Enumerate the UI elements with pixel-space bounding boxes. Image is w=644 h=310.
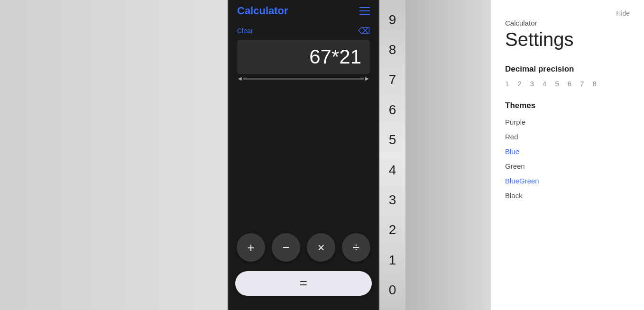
clear-button[interactable]: Clear	[237, 27, 253, 35]
backspace-button[interactable]: ⌫	[358, 26, 370, 36]
calc-header: Calculator	[229, 0, 378, 21]
middle-panel	[405, 0, 491, 310]
scroll-num-6[interactable]: 6	[389, 103, 396, 117]
scroll-num-3[interactable]: 3	[389, 193, 396, 207]
scroll-num-1[interactable]: 1	[389, 254, 396, 267]
multiply-button[interactable]: ×	[307, 233, 335, 262]
precision-8[interactable]: 8	[592, 80, 596, 88]
theme-blue[interactable]: Blue	[505, 146, 630, 156]
precision-2[interactable]: 2	[517, 80, 521, 88]
theme-green[interactable]: Green	[505, 161, 630, 171]
calc-expression: 67*21	[246, 46, 361, 68]
scroll-right-arrow[interactable]: ▶	[364, 76, 370, 81]
hamburger-menu-icon[interactable]	[359, 7, 370, 15]
theme-purple[interactable]: Purple	[505, 117, 630, 127]
settings-app-label: Calculator	[505, 19, 630, 27]
divide-button[interactable]: ÷	[342, 233, 370, 262]
scroll-num-2[interactable]: 2	[389, 223, 396, 237]
calc-clear-row: Clear ⌫	[237, 26, 370, 36]
calc-equals-row: =	[229, 271, 378, 310]
settings-title: Settings	[505, 29, 630, 50]
theme-black[interactable]: Black	[505, 191, 630, 201]
calc-title: Calculator	[237, 5, 288, 17]
precision-7[interactable]: 7	[580, 80, 584, 88]
scroll-left-arrow[interactable]: ◀	[237, 76, 243, 81]
subtract-button[interactable]: −	[272, 233, 300, 262]
scroll-num-7[interactable]: 7	[389, 73, 396, 86]
theme-bluegreen[interactable]: BlueGreen	[505, 176, 630, 186]
calculator-frame: Calculator Clear ⌫ 67*21 ◀ ▶ + − × ÷ =	[228, 0, 379, 310]
hamburger-line-3	[359, 14, 370, 15]
calc-operators: + − × ÷	[229, 205, 378, 271]
calc-scroll-bar: ◀ ▶	[237, 76, 370, 81]
precision-4[interactable]: 4	[543, 80, 546, 88]
number-scroll: 9 8 7 6 5 4 3 2 1 0	[379, 0, 405, 310]
scroll-num-5[interactable]: 5	[389, 133, 396, 146]
precision-1[interactable]: 1	[505, 80, 509, 88]
theme-red[interactable]: Red	[505, 132, 630, 142]
add-button[interactable]: +	[237, 233, 265, 262]
calc-screen: 67*21	[237, 40, 370, 74]
decimal-precision-row: 1 2 3 4 5 6 7 8	[505, 80, 630, 88]
scroll-track[interactable]	[243, 78, 364, 80]
precision-5[interactable]: 5	[555, 80, 559, 88]
scroll-num-0[interactable]: 0	[389, 283, 396, 297]
hamburger-line-2	[359, 10, 370, 11]
theme-list: Purple Red Blue Green BlueGreen Black	[505, 117, 630, 201]
settings-panel: Hide Calculator Settings Decimal precisi…	[491, 0, 644, 310]
left-panel	[0, 0, 228, 310]
scroll-num-8[interactable]: 8	[389, 43, 396, 56]
hamburger-line-1	[359, 7, 370, 8]
hide-button[interactable]: Hide	[616, 9, 630, 17]
precision-3[interactable]: 3	[530, 80, 534, 88]
decimal-precision-title: Decimal precision	[505, 64, 630, 74]
precision-6[interactable]: 6	[568, 80, 571, 88]
equals-button[interactable]: =	[235, 271, 372, 296]
themes-section-title: Themes	[505, 101, 630, 110]
scroll-num-4[interactable]: 4	[389, 164, 396, 177]
scroll-num-9[interactable]: 9	[389, 13, 396, 27]
calc-display-area: Clear ⌫ 67*21 ◀ ▶	[229, 21, 378, 205]
